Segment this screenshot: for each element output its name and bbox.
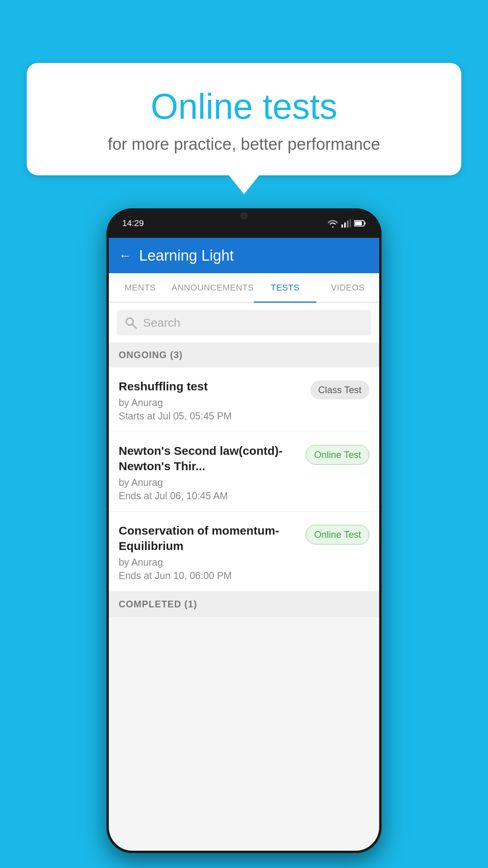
test-name: Reshuffling test [119,379,303,394]
phone-screen: ← Learning Light MENTS ANNOUNCEMENTS TES… [109,238,379,851]
test-date: Ends at Jun 10, 06:00 PM [119,570,298,581]
test-author: by Anurag [119,477,298,488]
test-item[interactable]: Newton's Second law(contd)-Newton's Thir… [109,432,379,512]
test-author: by Anurag [119,557,298,568]
test-badge: Online Test [306,525,369,544]
tab-videos[interactable]: VIDEOS [316,273,379,302]
app-header: ← Learning Light [109,238,379,273]
test-author: by Anurag [119,397,303,408]
ongoing-section-title: ONGOING (3) [119,349,183,360]
test-badge: Online Test [306,445,369,465]
phone-notch: 14:29 [106,208,382,238]
bubble-subtitle: for more practice, better performance [46,135,442,154]
test-name: Conservation of momentum-Equilibrium [119,523,298,554]
speech-bubble: Online tests for more practice, better p… [27,63,461,175]
search-container: Search [109,303,379,342]
svg-rect-0 [341,224,343,228]
camera-dot [240,212,248,219]
completed-section-title: COMPLETED (1) [119,599,197,609]
test-name: Newton's Second law(contd)-Newton's Thir… [119,443,298,474]
tab-announcements[interactable]: ANNOUNCEMENTS [172,273,254,302]
test-item[interactable]: Conservation of momentum-Equilibrium by … [109,512,379,592]
tab-tests[interactable]: TESTS [254,273,317,302]
svg-rect-1 [344,223,346,228]
test-date: Starts at Jul 05, 05:45 PM [119,410,303,422]
search-bar[interactable]: Search [117,310,371,335]
status-icons [327,219,366,228]
svg-rect-3 [350,219,351,228]
tab-ments[interactable]: MENTS [109,273,172,302]
test-list: Reshuffling test by Anurag Starts at Jul… [109,368,379,592]
search-input-placeholder: Search [143,316,180,329]
svg-line-8 [132,324,136,328]
phone-frame: 14:29 [106,208,382,853]
svg-rect-5 [355,221,362,225]
notch-bump [213,208,275,223]
test-item[interactable]: Reshuffling test by Anurag Starts at Jul… [109,368,379,432]
search-icon [125,316,137,329]
test-info: Reshuffling test by Anurag Starts at Jul… [119,379,310,422]
completed-section-header: COMPLETED (1) [109,592,379,617]
test-info: Conservation of momentum-Equilibrium by … [119,523,306,581]
ongoing-section-header: ONGOING (3) [109,342,379,368]
wifi-icon [327,219,338,228]
app-title: Learning Light [139,247,234,264]
bubble-title: Online tests [46,86,442,127]
back-button[interactable]: ← [119,248,131,263]
test-badge: Class Test [310,381,369,399]
svg-rect-6 [365,222,366,224]
signal-icon [341,219,351,228]
tabs-bar: MENTS ANNOUNCEMENTS TESTS VIDEOS [109,273,379,303]
test-date: Ends at Jul 06, 10:45 AM [119,490,298,502]
svg-rect-2 [347,221,349,228]
battery-icon [354,220,366,227]
test-info: Newton's Second law(contd)-Newton's Thir… [119,443,306,502]
status-time: 14:29 [122,218,144,228]
